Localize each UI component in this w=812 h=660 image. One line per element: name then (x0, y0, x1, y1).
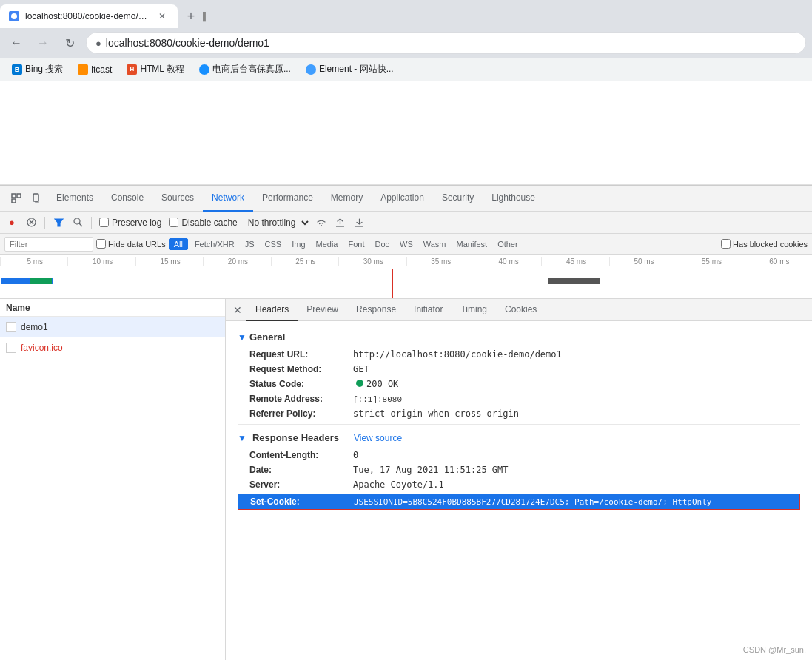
detail-tab-headers[interactable]: Headers (246, 299, 298, 321)
detail-tab-preview[interactable]: Preview (298, 299, 347, 321)
devtools-device-icon[interactable] (27, 188, 47, 209)
filter-all-button[interactable]: All (169, 238, 188, 250)
status-dot (356, 380, 363, 387)
tab-security[interactable]: Security (433, 186, 483, 212)
tab-favicon (9, 11, 19, 21)
request-method-row: Request Method: GET (238, 362, 800, 377)
forward-button[interactable]: → (33, 33, 53, 53)
svg-point-9 (74, 218, 80, 224)
search-button[interactable] (69, 214, 87, 232)
devtools-select-icon[interactable] (6, 188, 27, 209)
download-icon[interactable] (351, 214, 369, 232)
filter-js[interactable]: JS (241, 238, 258, 250)
file-item-favicon[interactable]: favicon.ico (0, 337, 225, 358)
server-label: Server: (249, 479, 353, 490)
content-length-row: Content-Length: 0 (238, 448, 800, 462)
tab-sources[interactable]: Sources (152, 186, 203, 212)
filter-xhr[interactable]: Fetch/XHR (191, 238, 238, 250)
set-cookie-row: Set-Cookie: JSESSIONID=5B8C524F0BD885BF2… (238, 494, 800, 510)
filter-media[interactable]: Media (312, 238, 342, 250)
svg-rect-4 (36, 201, 38, 203)
date-row: Date: Tue, 17 Aug 2021 11:51:25 GMT (238, 462, 800, 477)
filter-doc[interactable]: Doc (371, 238, 393, 250)
tab-console[interactable]: Console (102, 186, 152, 212)
tab-lighthouse[interactable]: Lighthouse (483, 186, 544, 212)
timeline-vline-red (392, 269, 393, 299)
devtools-panel: Elements Console Sources Network Perform… (0, 185, 812, 660)
new-tab-button[interactable]: + (181, 6, 201, 27)
filter-css[interactable]: CSS (261, 238, 286, 250)
filter-ws[interactable]: WS (396, 238, 417, 250)
bookmark-bing-favicon: B (12, 64, 22, 75)
tab-elements[interactable]: Elements (47, 186, 102, 212)
content-length-value: 0 (353, 450, 358, 460)
filter-input[interactable] (4, 237, 93, 252)
record-button[interactable]: ● (3, 214, 21, 232)
bookmark-element[interactable]: Element - 网站快... (300, 61, 400, 77)
bookmark-ecom[interactable]: 电商后台高保真原... (193, 61, 297, 77)
referrer-policy-value: strict-origin-when-cross-origin (353, 408, 519, 419)
server-row: Server: Apache-Coyote/1.1 (238, 477, 800, 492)
tick-30ms: 30 ms (338, 257, 406, 266)
back-button[interactable]: ← (6, 33, 27, 53)
bookmark-element-favicon (306, 64, 316, 75)
disable-cache-checkbox[interactable]: Disable cache (166, 218, 240, 228)
filter-other[interactable]: Other (494, 238, 522, 250)
browser-chrome: localhost:8080/cookie-demo/d... ✕ + ▌ ← … (0, 0, 812, 81)
detail-panel-close-button[interactable]: ✕ (229, 301, 246, 319)
tab-close-button[interactable]: ✕ (155, 10, 169, 23)
request-method-label: Request Method: (249, 364, 353, 374)
hide-data-urls-checkbox[interactable]: Hide data URLs (96, 239, 166, 249)
has-blocked-cookies-input[interactable] (721, 239, 731, 249)
tab-bar: localhost:8080/cookie-demo/d... ✕ + ▌ (0, 0, 812, 28)
bookmark-itcast[interactable]: itcast (72, 63, 118, 76)
response-headers-section-header[interactable]: ▼ Response Headers View source (238, 428, 800, 448)
tab-memory[interactable]: Memory (322, 186, 372, 212)
section-divider-1 (238, 424, 800, 425)
address-input-wrap[interactable]: ● localhost:8080/cookie-demo/demo1 (86, 32, 806, 54)
detail-tab-initiator[interactable]: Initiator (405, 299, 452, 321)
svg-rect-2 (17, 194, 21, 198)
throttle-select[interactable]: No throttling Fast 3G Slow 3G Offline (242, 215, 311, 230)
filter-font[interactable]: Font (344, 238, 368, 250)
bookmark-html[interactable]: H HTML 教程 (121, 61, 190, 77)
remote-address-row: Remote Address: [::1]:8080 (238, 391, 800, 406)
active-tab[interactable]: localhost:8080/cookie-demo/d... ✕ (0, 4, 178, 28)
detail-panel: ✕ Headers Preview Response Initiator Tim… (226, 299, 812, 660)
tab-network[interactable]: Network (203, 186, 253, 212)
disable-cache-input[interactable] (169, 218, 178, 227)
tick-45ms: 45 ms (541, 257, 608, 266)
general-section-header[interactable]: ▼ General (238, 327, 800, 347)
upload-icon[interactable] (332, 214, 349, 232)
tick-40ms: 40 ms (474, 257, 541, 266)
tick-15ms: 15 ms (135, 257, 203, 266)
stop-button[interactable] (22, 214, 40, 232)
tab-application[interactable]: Application (372, 186, 433, 212)
reload-button[interactable]: ↻ (59, 33, 80, 53)
detail-tab-response[interactable]: Response (347, 299, 405, 321)
filter-button[interactable] (50, 214, 67, 232)
filter-manifest[interactable]: Manifest (453, 238, 491, 250)
request-url-value: http://localhost:8080/cookie-demo/demo1 (353, 349, 562, 360)
preserve-log-checkbox[interactable]: Preserve log (96, 218, 164, 228)
detail-tab-timing[interactable]: Timing (452, 299, 496, 321)
timeline-bar-green (30, 278, 52, 284)
bookmark-bing[interactable]: B Bing 搜索 (6, 61, 69, 77)
headers-content: ▼ General Request URL: http://localhost:… (226, 321, 812, 517)
bookmark-html-label: HTML 教程 (140, 63, 184, 75)
request-method-value: GET (353, 364, 369, 374)
tab-performance[interactable]: Performance (253, 186, 322, 212)
preserve-log-input[interactable] (99, 218, 109, 227)
view-source-link[interactable]: View source (354, 433, 402, 443)
file-list-header: Name (0, 299, 225, 317)
address-text: localhost:8080/cookie-demo/demo1 (106, 37, 796, 49)
filter-wasm[interactable]: Wasm (420, 238, 450, 250)
filter-img[interactable]: Img (288, 238, 309, 250)
request-url-row: Request URL: http://localhost:8080/cooki… (238, 347, 800, 362)
has-blocked-cookies-checkbox[interactable]: Has blocked cookies (721, 239, 808, 249)
date-value: Tue, 17 Aug 2021 11:51:25 GMT (353, 465, 509, 475)
file-item-demo1[interactable]: demo1 (0, 317, 225, 337)
hide-data-urls-input[interactable] (96, 239, 106, 249)
separator-2 (91, 217, 92, 229)
detail-tab-cookies[interactable]: Cookies (496, 299, 546, 321)
